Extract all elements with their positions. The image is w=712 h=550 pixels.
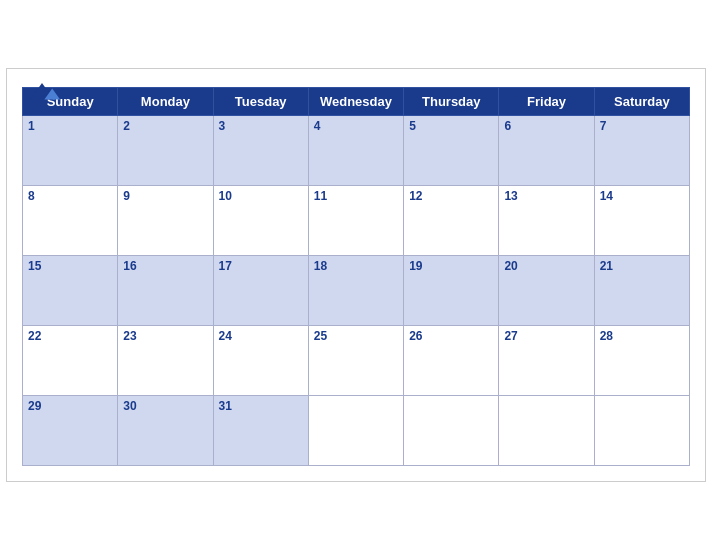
day-number: 25 bbox=[314, 329, 327, 343]
calendar-week-row: 22232425262728 bbox=[23, 326, 690, 396]
day-number: 22 bbox=[28, 329, 41, 343]
calendar-day-cell: 21 bbox=[594, 256, 689, 326]
day-number: 20 bbox=[504, 259, 517, 273]
calendar-day-cell bbox=[499, 396, 594, 466]
weekday-header-monday: Monday bbox=[118, 88, 213, 116]
calendar-day-cell: 18 bbox=[308, 256, 403, 326]
weekday-header-saturday: Saturday bbox=[594, 88, 689, 116]
calendar-day-cell: 27 bbox=[499, 326, 594, 396]
calendar-week-row: 15161718192021 bbox=[23, 256, 690, 326]
day-number: 3 bbox=[219, 119, 226, 133]
day-number: 13 bbox=[504, 189, 517, 203]
calendar-day-cell: 13 bbox=[499, 186, 594, 256]
calendar-day-cell: 15 bbox=[23, 256, 118, 326]
calendar-day-cell: 31 bbox=[213, 396, 308, 466]
day-number: 24 bbox=[219, 329, 232, 343]
day-number: 14 bbox=[600, 189, 613, 203]
calendar-day-cell: 5 bbox=[404, 116, 499, 186]
weekday-header-wednesday: Wednesday bbox=[308, 88, 403, 116]
day-number: 10 bbox=[219, 189, 232, 203]
calendar-day-cell: 16 bbox=[118, 256, 213, 326]
day-number: 15 bbox=[28, 259, 41, 273]
calendar-day-cell: 1 bbox=[23, 116, 118, 186]
weekday-header-thursday: Thursday bbox=[404, 88, 499, 116]
day-number: 8 bbox=[28, 189, 35, 203]
calendar-day-cell: 24 bbox=[213, 326, 308, 396]
calendar-container: SundayMondayTuesdayWednesdayThursdayFrid… bbox=[6, 68, 706, 482]
day-number: 19 bbox=[409, 259, 422, 273]
day-number: 9 bbox=[123, 189, 130, 203]
calendar-day-cell: 23 bbox=[118, 326, 213, 396]
day-number: 11 bbox=[314, 189, 327, 203]
calendar-day-cell: 22 bbox=[23, 326, 118, 396]
day-number: 7 bbox=[600, 119, 607, 133]
calendar-day-cell: 26 bbox=[404, 326, 499, 396]
day-number: 30 bbox=[123, 399, 136, 413]
day-number: 4 bbox=[314, 119, 321, 133]
calendar-table: SundayMondayTuesdayWednesdayThursdayFrid… bbox=[22, 87, 690, 466]
weekday-header-friday: Friday bbox=[499, 88, 594, 116]
day-number: 16 bbox=[123, 259, 136, 273]
calendar-day-cell: 7 bbox=[594, 116, 689, 186]
calendar-day-cell: 3 bbox=[213, 116, 308, 186]
day-number: 31 bbox=[219, 399, 232, 413]
calendar-week-row: 891011121314 bbox=[23, 186, 690, 256]
calendar-day-cell: 28 bbox=[594, 326, 689, 396]
calendar-week-row: 1234567 bbox=[23, 116, 690, 186]
day-number: 17 bbox=[219, 259, 232, 273]
calendar-day-cell: 12 bbox=[404, 186, 499, 256]
calendar-day-cell: 17 bbox=[213, 256, 308, 326]
calendar-day-cell bbox=[594, 396, 689, 466]
day-number: 28 bbox=[600, 329, 613, 343]
day-number: 18 bbox=[314, 259, 327, 273]
calendar-day-cell: 25 bbox=[308, 326, 403, 396]
calendar-day-cell: 11 bbox=[308, 186, 403, 256]
day-number: 6 bbox=[504, 119, 511, 133]
calendar-week-row: 293031 bbox=[23, 396, 690, 466]
calendar-day-cell: 9 bbox=[118, 186, 213, 256]
calendar-day-cell: 6 bbox=[499, 116, 594, 186]
day-number: 26 bbox=[409, 329, 422, 343]
calendar-day-cell: 29 bbox=[23, 396, 118, 466]
calendar-day-cell bbox=[404, 396, 499, 466]
calendar-day-cell bbox=[308, 396, 403, 466]
day-number: 23 bbox=[123, 329, 136, 343]
weekday-header-tuesday: Tuesday bbox=[213, 88, 308, 116]
calendar-day-cell: 8 bbox=[23, 186, 118, 256]
day-number: 12 bbox=[409, 189, 422, 203]
logo-area bbox=[22, 79, 62, 101]
day-number: 21 bbox=[600, 259, 613, 273]
day-number: 29 bbox=[28, 399, 41, 413]
calendar-day-cell: 30 bbox=[118, 396, 213, 466]
calendar-day-cell: 4 bbox=[308, 116, 403, 186]
calendar-day-cell: 19 bbox=[404, 256, 499, 326]
logo-icon bbox=[22, 79, 62, 101]
calendar-day-cell: 10 bbox=[213, 186, 308, 256]
weekday-header-row: SundayMondayTuesdayWednesdayThursdayFrid… bbox=[23, 88, 690, 116]
day-number: 5 bbox=[409, 119, 416, 133]
day-number: 2 bbox=[123, 119, 130, 133]
calendar-day-cell: 20 bbox=[499, 256, 594, 326]
calendar-day-cell: 14 bbox=[594, 186, 689, 256]
calendar-day-cell: 2 bbox=[118, 116, 213, 186]
day-number: 27 bbox=[504, 329, 517, 343]
day-number: 1 bbox=[28, 119, 35, 133]
